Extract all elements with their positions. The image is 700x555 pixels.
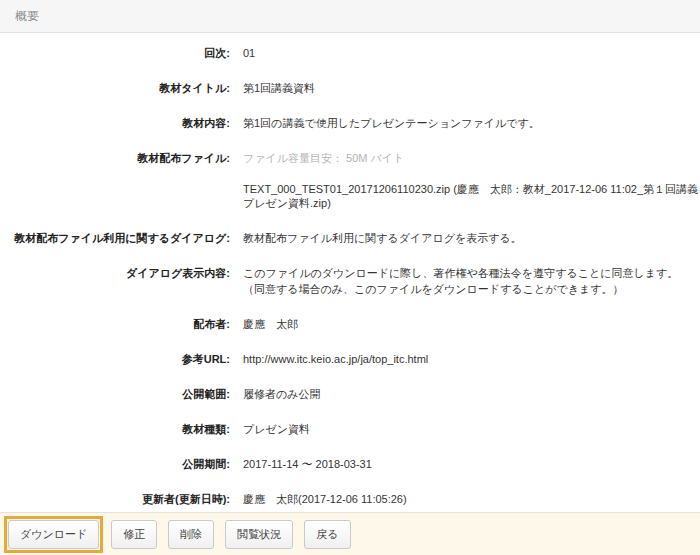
download-highlight-box: ダウンロード (4, 516, 103, 553)
field-value-updated-by: 慶應 太郎(2017-12-06 11:05:26) (243, 492, 700, 506)
field-label-distribution-file: 教材配布ファイル: (0, 151, 230, 165)
field-row-round: 回次: 01 (0, 46, 700, 60)
field-label-round: 回次: (0, 46, 230, 60)
back-button[interactable]: 戻る (304, 520, 350, 549)
field-row-material-description: 教材内容: 第1回の講義で使用したプレゼンテーションファイルです。 (0, 116, 700, 130)
field-row-distributor: 配布者: 慶應 太郎 (0, 317, 700, 331)
field-label-publish-period: 公開期間: (0, 457, 230, 471)
field-row-distribution-file: 教材配布ファイル: ファイル容量目安： 50M バイト TEXT_000_TES… (0, 151, 700, 210)
edit-button[interactable]: 修正 (111, 520, 157, 549)
field-value-material-title: 第1回講義資料 (243, 81, 700, 95)
file-size-hint: ファイル容量目安： 50M バイト (243, 151, 700, 165)
field-value-material-description: 第1回の講義で使用したプレゼンテーションファイルです。 (243, 116, 700, 130)
field-value-distributor: 慶應 太郎 (243, 317, 700, 331)
field-row-publish-period: 公開期間: 2017-11-14 〜 2018-03-31 (0, 457, 700, 471)
field-row-usage-dialog: 教材配布ファイル利用に関するダイアログ: 教材配布ファイル利用に関するダイアログ… (0, 231, 700, 245)
field-label-material-description: 教材内容: (0, 116, 230, 130)
field-label-reference-url: 参考URL: (0, 352, 230, 366)
field-value-round: 01 (243, 46, 700, 60)
field-value-distribution-file: ファイル容量目安： 50M バイト TEXT_000_TEST01_201712… (243, 151, 700, 210)
panel-title: 概要 (15, 8, 39, 25)
action-bar: ダウンロード 修正 削除 閲覧状況 戻る (0, 512, 700, 555)
panel-header: 概要 (0, 0, 700, 33)
view-status-button[interactable]: 閲覧状況 (225, 520, 293, 549)
field-value-dialog-content: このファイルのダウンロードに際し、著作権や各種法令を遵守することに同意します。 … (243, 266, 700, 296)
field-value-publish-period: 2017-11-14 〜 2018-03-31 (243, 457, 700, 471)
field-label-publish-scope: 公開範囲: (0, 387, 230, 401)
field-row-reference-url: 参考URL: http://www.itc.keio.ac.jp/ja/top_… (0, 352, 700, 366)
field-row-material-type: 教材種類: プレゼン資料 (0, 422, 700, 436)
field-label-dialog-content: ダイアログ表示内容: (0, 266, 230, 280)
field-value-publish-scope: 履修者のみ公開 (243, 387, 700, 401)
field-label-material-type: 教材種類: (0, 422, 230, 436)
delete-button[interactable]: 削除 (168, 520, 214, 549)
file-name: TEXT_000_TEST01_20171206110230.zip (慶應 太… (243, 182, 700, 210)
field-row-dialog-content: ダイアログ表示内容: このファイルのダウンロードに際し、著作権や各種法令を遵守す… (0, 266, 700, 296)
field-row-updated-by: 更新者(更新日時): 慶應 太郎(2017-12-06 11:05:26) (0, 492, 700, 506)
material-detail-panel: 概要 回次: 01 教材タイトル: 第1回講義資料 教材内容: 第1回の講義で使… (0, 0, 700, 555)
field-label-usage-dialog: 教材配布ファイル利用に関するダイアログ: (0, 231, 230, 245)
field-label-material-title: 教材タイトル: (0, 81, 230, 95)
material-detail-content: 回次: 01 教材タイトル: 第1回講義資料 教材内容: 第1回の講義で使用した… (0, 33, 700, 512)
field-label-distributor: 配布者: (0, 317, 230, 331)
field-value-usage-dialog: 教材配布ファイル利用に関するダイアログを表示する。 (243, 231, 700, 245)
dialog-content-line1: このファイルのダウンロードに際し、著作権や各種法令を遵守することに同意します。 (243, 266, 700, 280)
field-row-publish-scope: 公開範囲: 履修者のみ公開 (0, 387, 700, 401)
field-value-reference-url: http://www.itc.keio.ac.jp/ja/top_itc.htm… (243, 352, 700, 366)
field-label-updated-by: 更新者(更新日時): (0, 492, 230, 506)
field-row-material-title: 教材タイトル: 第1回講義資料 (0, 81, 700, 95)
dialog-content-line2: （同意する場合のみ、このファイルをダウンロードすることができます。） (243, 282, 700, 296)
field-value-material-type: プレゼン資料 (243, 422, 700, 436)
download-button[interactable]: ダウンロード (8, 520, 99, 549)
